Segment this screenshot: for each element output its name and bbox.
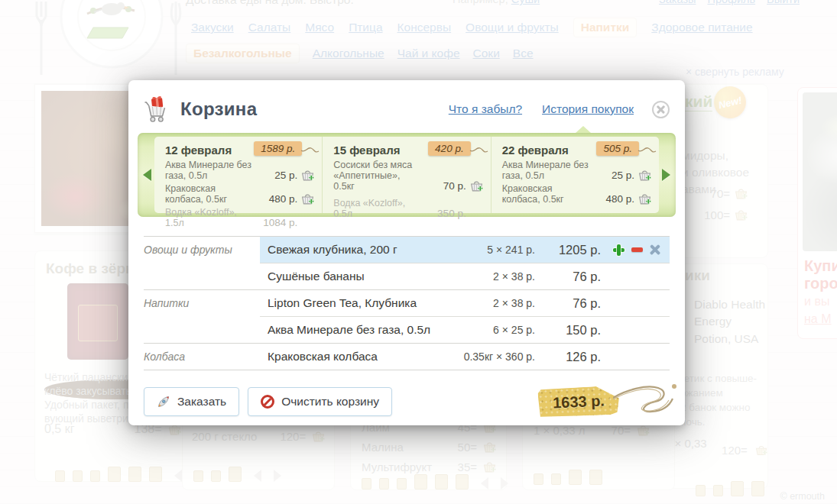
panel-pointer bbox=[576, 126, 591, 133]
cart-item-name: Краковская колбаса bbox=[268, 350, 445, 363]
cart-item-name: Сушёные бананы bbox=[268, 270, 445, 283]
history-link[interactable]: История покупок bbox=[542, 102, 634, 116]
twine-string bbox=[613, 381, 682, 424]
modal-header: Корзина Что я забыл? История покупок bbox=[128, 80, 685, 123]
cart-item-total: 76 р. bbox=[535, 296, 601, 311]
cart-category: Овощи и фрукты bbox=[144, 237, 260, 263]
modal-footer: Заказать Очистить корзину 1633 р. bbox=[144, 387, 670, 416]
clear-cart-button[interactable]: Очистить корзину bbox=[248, 387, 392, 416]
cart-category: Напитки bbox=[144, 290, 260, 316]
history-next-icon[interactable] bbox=[662, 169, 670, 181]
screen: Доставка еды на дом. Быстро. Например, С… bbox=[0, 0, 837, 504]
cart-item-total: 126 р. bbox=[535, 350, 601, 364]
history-prev-icon[interactable] bbox=[143, 169, 151, 181]
total-price-tag: 1633 р. bbox=[537, 386, 620, 418]
basket-add-icon[interactable] bbox=[301, 193, 314, 205]
history-item-unavailable: Водка «Kozloff», 1.5л 1084 р. bbox=[165, 207, 314, 228]
rocket-icon bbox=[157, 395, 170, 409]
cart-item-total: 1205 р. bbox=[535, 243, 601, 257]
increase-qty-icon[interactable] bbox=[613, 244, 625, 256]
history-card: 15 февраля 420 р. Сосиски без мяса «Аппе… bbox=[322, 137, 490, 213]
history-item: Краковская колбаса, 0.5кг 480 р. bbox=[502, 183, 651, 205]
purchase-history-panel: 12 февраля 1589 р. Аква Минерале без газ… bbox=[138, 133, 676, 217]
prohibition-icon bbox=[261, 395, 274, 409]
cart-row[interactable]: Овощи и фрукты Свежая клубника, 200 г 5 … bbox=[144, 237, 670, 263]
cart-category: Колбаса bbox=[144, 344, 260, 370]
cart-item-qty: 5 × 241 р. bbox=[445, 244, 535, 256]
cart-item-total: 150 р. bbox=[535, 323, 601, 338]
history-item: Аква Минерале без газа, 0.5л 25 р. bbox=[502, 160, 651, 181]
cart-item-qty: 2 × 38 р. bbox=[445, 270, 535, 283]
cart-row[interactable]: Напитки Lipton Green Tea, Клубника 2 × 3… bbox=[144, 290, 670, 316]
history-item: Краковская колбаса, 0.5кг 480 р. bbox=[165, 183, 314, 205]
history-card: 12 февраля 1589 р. Аква Минерале без газ… bbox=[154, 137, 322, 213]
tag-string bbox=[300, 145, 320, 156]
remove-item-icon[interactable] bbox=[650, 244, 660, 255]
cart-row[interactable]: Сушёные бананы 2 × 38 р. 76 р. bbox=[144, 263, 670, 289]
forgot-link[interactable]: Что я забыл? bbox=[449, 102, 522, 116]
close-icon[interactable] bbox=[652, 101, 670, 118]
basket-add-icon[interactable] bbox=[470, 180, 483, 192]
cart-row[interactable]: Колбаса Краковская колбаса 0.35кг × 360 … bbox=[144, 344, 670, 370]
basket-add-icon[interactable] bbox=[638, 170, 651, 181]
basket-add-icon[interactable] bbox=[638, 193, 651, 205]
history-item: Аква Минерале без газа, 0.5л 25 р. bbox=[165, 160, 314, 181]
history-cards: 12 февраля 1589 р. Аква Минерале без газ… bbox=[154, 137, 659, 213]
cart-category bbox=[144, 317, 260, 343]
history-card: 22 февраля 505 р. Аква Минерале без газа… bbox=[491, 137, 659, 213]
modal-title: Корзина bbox=[180, 99, 257, 120]
order-button[interactable]: Заказать bbox=[144, 387, 239, 416]
decrease-qty-icon[interactable] bbox=[631, 247, 643, 252]
tag-string bbox=[469, 145, 489, 156]
history-item: Сосиски без мяса «Аппетитные», 0.5кг 70 … bbox=[333, 160, 482, 192]
history-total-tag: 420 р. bbox=[428, 141, 471, 156]
cart-modal: Корзина Что я забыл? История покупок 12 … bbox=[128, 80, 685, 425]
cart-category bbox=[144, 263, 260, 289]
cart-row-actions bbox=[601, 244, 668, 256]
cart-item-name: Lipton Green Tea, Клубника bbox=[268, 296, 445, 310]
cart-gift-icon bbox=[144, 95, 173, 123]
history-total-tag: 1589 р. bbox=[254, 141, 302, 156]
cart-item-name: Свежая клубника, 200 г bbox=[268, 243, 445, 257]
cart-item-qty: 6 × 25 р. bbox=[445, 324, 535, 336]
history-item-unavailable: Водка «Kozloff», 0.5л 350 р. bbox=[333, 198, 482, 219]
cart-total: 1633 р. bbox=[538, 387, 619, 416]
basket-add-icon[interactable] bbox=[301, 170, 314, 181]
cart-item-qty: 2 × 38 р. bbox=[445, 297, 535, 309]
history-total-tag: 505 р. bbox=[596, 141, 639, 156]
cart-row[interactable]: Аква Минерале без газа, 0.5л 6 × 25 р. 1… bbox=[144, 317, 670, 343]
cart-item-name: Аква Минерале без газа, 0.5л bbox=[268, 323, 445, 337]
cart-item-qty: 0.35кг × 360 р. bbox=[445, 351, 535, 363]
cart-item-total: 76 р. bbox=[535, 270, 601, 284]
cart-table: Овощи и фрукты Свежая клубника, 200 г 5 … bbox=[144, 236, 670, 370]
tag-string bbox=[637, 145, 657, 156]
